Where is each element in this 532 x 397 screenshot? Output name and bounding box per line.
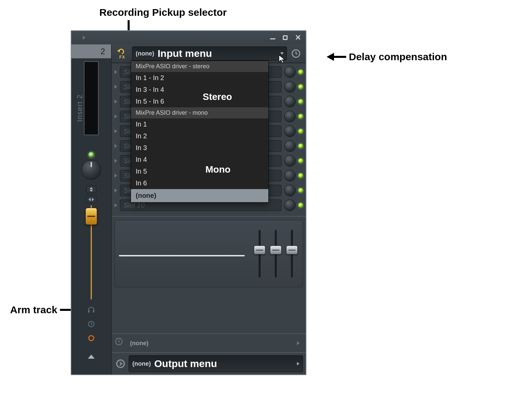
eq-band-sliders — [249, 220, 303, 287]
dropdown-item-mono[interactable]: In 2 — [131, 130, 268, 142]
output-menu-label: Output menu — [154, 358, 217, 369]
collapse-icon[interactable] — [87, 353, 96, 361]
eq-mid-slider[interactable] — [270, 226, 282, 281]
dropdown-header-mono: MixPre ASIO driver - mono — [131, 107, 268, 118]
dropdown-item-stereo[interactable]: In 1 - In 2 — [131, 72, 268, 84]
dropdown-item-stereo[interactable]: In 3 - In 4 — [131, 84, 268, 96]
svg-rect-10 — [88, 310, 90, 313]
dropdown-item-mono[interactable]: In 4 — [131, 154, 268, 166]
arm-record-button[interactable] — [87, 334, 96, 342]
slot-enable-led[interactable] — [298, 129, 303, 134]
annotation-delay-compensation: Delay compensation — [327, 51, 447, 63]
slot-mix-knob[interactable] — [284, 125, 296, 137]
strip-number[interactable]: 2 — [71, 44, 111, 59]
peak-meter — [84, 61, 99, 135]
svg-point-18 — [117, 360, 125, 368]
slot-menu-icon[interactable] — [114, 70, 117, 74]
send-delay-icon[interactable] — [114, 337, 127, 349]
minimize-button[interactable] — [270, 38, 275, 39]
svg-point-13 — [89, 336, 94, 341]
eq-graph[interactable] — [115, 220, 249, 287]
slot-mix-knob[interactable] — [284, 81, 296, 93]
slot-mix-knob[interactable] — [284, 185, 296, 196]
slot-enable-led[interactable] — [298, 70, 303, 74]
cursor-icon — [278, 54, 287, 64]
track-delay-icon[interactable] — [87, 320, 96, 328]
slot-menu-icon[interactable] — [114, 203, 117, 207]
annotation-pickup-selector: Recording Pickup selector — [99, 7, 227, 18]
output-menu-select[interactable]: (none) Output menu — [129, 355, 303, 372]
output-none-text: (none) — [132, 360, 151, 367]
slot-mix-knob[interactable] — [284, 111, 296, 122]
headphone-icon[interactable] — [87, 305, 96, 314]
slot-menu-icon[interactable] — [114, 174, 117, 178]
slot-mix-knob[interactable] — [284, 96, 296, 107]
dropdown-item-mono[interactable]: In 3 — [131, 142, 268, 154]
dock-button[interactable] — [86, 196, 96, 203]
titlebar: ✕ — [71, 31, 306, 44]
restore-button[interactable] — [283, 35, 288, 40]
eq-low-slider[interactable] — [254, 226, 266, 281]
slot-mix-knob[interactable] — [284, 170, 296, 181]
delay-compensation-button[interactable] — [289, 46, 303, 61]
slot-mix-knob[interactable] — [284, 200, 296, 211]
mute-led[interactable] — [89, 152, 94, 157]
dropdown-item-mono[interactable]: In 5 — [131, 166, 268, 177]
slot-menu-icon[interactable] — [114, 159, 117, 163]
dropdown-item-none[interactable]: (none) — [131, 189, 268, 202]
slot-mix-knob[interactable] — [284, 66, 296, 78]
slot-menu-icon[interactable] — [114, 144, 117, 148]
arrow-left-icon — [327, 52, 346, 62]
eq-high-slider[interactable] — [286, 226, 298, 281]
slot-enable-led[interactable] — [298, 203, 303, 208]
mixer-insert-panel: ✕ 2 Insert 2 — [71, 30, 306, 375]
svg-marker-6 — [90, 187, 93, 189]
slot-enable-led[interactable] — [298, 158, 303, 163]
slot-enable-led[interactable] — [298, 188, 303, 193]
slot-enable-led[interactable] — [298, 144, 303, 148]
svg-marker-14 — [88, 355, 95, 359]
chevron-right-icon — [297, 341, 300, 345]
slot-enable-led[interactable] — [298, 114, 303, 119]
fx-label: FX — [119, 55, 125, 60]
slot-enable-led[interactable] — [298, 173, 303, 178]
pickup-icon — [117, 47, 127, 56]
close-button[interactable]: ✕ — [295, 35, 301, 40]
input-none-text: (none) — [136, 50, 154, 57]
output-route-icon[interactable] — [114, 358, 127, 370]
slot-mix-knob[interactable] — [284, 155, 296, 167]
svg-marker-8 — [89, 198, 91, 201]
slot-menu-icon[interactable] — [114, 85, 117, 89]
annotation-arm-track: Arm track — [10, 304, 79, 316]
svg-marker-15 — [117, 49, 120, 52]
dropdown-header-stereo: MixPre ASIO driver - stereo — [131, 61, 268, 72]
slot-enable-led[interactable] — [298, 84, 303, 89]
slot-menu-icon[interactable] — [114, 188, 117, 192]
send-none-text: (none) — [130, 340, 148, 347]
eq-area[interactable] — [114, 220, 303, 287]
options-menu-icon[interactable] — [83, 36, 86, 40]
slot-menu-icon[interactable] — [114, 100, 117, 104]
strip-name-label[interactable]: Insert 2 — [75, 95, 84, 122]
volume-fader[interactable] — [84, 205, 99, 299]
input-menu-label: Input menu — [158, 48, 212, 59]
dropdown-item-stereo[interactable]: In 5 - In 6 — [131, 96, 268, 107]
slot-menu-icon[interactable] — [114, 114, 117, 118]
dropdown-item-mono[interactable]: In 1 — [131, 118, 268, 130]
slot-menu-icon[interactable] — [114, 129, 117, 133]
input-menu-select[interactable]: (none) Input menu — [132, 46, 287, 61]
clock-icon — [291, 48, 301, 59]
svg-marker-7 — [90, 190, 93, 192]
pan-knob[interactable] — [81, 160, 101, 180]
recording-pickup-selector[interactable]: FX — [114, 46, 130, 61]
input-dropdown-menu[interactable]: MixPre ASIO driver - stereo In 1 - In 2I… — [131, 61, 269, 203]
send-row[interactable]: (none) — [112, 333, 306, 352]
slot-mix-knob[interactable] — [284, 140, 296, 152]
svg-marker-3 — [327, 53, 334, 61]
chevron-down-icon — [280, 52, 284, 55]
slot-enable-led[interactable] — [298, 99, 303, 104]
output-row: (none) Output menu — [112, 352, 306, 374]
dropdown-item-mono[interactable]: In 6 — [131, 177, 268, 189]
fx-column: FX (none) Input menu Slot 1Slot 2Slot 3S… — [112, 44, 306, 374]
stereo-separation-button[interactable] — [86, 186, 96, 193]
